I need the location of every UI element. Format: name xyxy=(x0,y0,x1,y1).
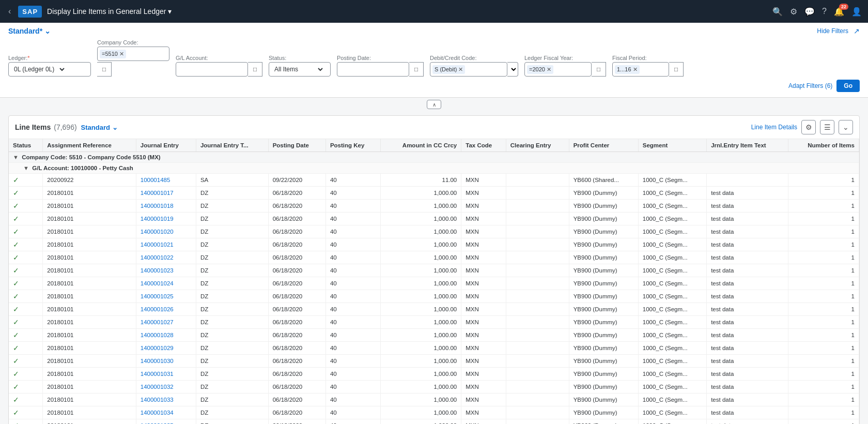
cell-journal[interactable]: 1400001025 xyxy=(136,290,196,303)
help-icon[interactable]: ? xyxy=(822,7,827,16)
cell-posting-date: 06/18/2020 xyxy=(268,187,326,200)
fiscal-period-expand-btn[interactable]: □ xyxy=(669,62,684,77)
cell-clearing xyxy=(506,238,569,251)
go-button[interactable]: Go xyxy=(836,80,860,92)
table-row: ✓ 20180101 1400001021 DZ 06/18/2020 40 1… xyxy=(9,238,859,251)
cell-assignment: 20180101 xyxy=(43,238,136,251)
cell-tax: MXN xyxy=(461,213,506,225)
cell-text: test data xyxy=(707,381,788,393)
table-view-toggle-icon[interactable]: ☰ xyxy=(820,120,834,134)
fiscal-year-expand-btn[interactable]: □ xyxy=(592,62,606,77)
status-select[interactable]: All Items Open Items Cleared Items xyxy=(269,63,324,76)
messages-icon[interactable]: 💬 xyxy=(804,7,815,17)
col-amount[interactable]: Amount in CC Crcy xyxy=(381,139,461,152)
cell-jtype: DZ xyxy=(196,225,268,238)
hide-filters-button[interactable]: Hide Filters xyxy=(817,27,848,35)
cell-journal[interactable]: 1400001030 xyxy=(136,355,196,368)
col-journal[interactable]: Journal Entry xyxy=(136,139,196,152)
cell-journal[interactable]: 1400001029 xyxy=(136,342,196,355)
cell-assignment: 20180101 xyxy=(43,187,136,200)
cell-journal[interactable]: 1400001018 xyxy=(136,200,196,213)
cell-journal[interactable]: 1400001022 xyxy=(136,251,196,264)
cell-journal[interactable]: 1400001031 xyxy=(136,368,196,381)
cell-text: test data xyxy=(707,393,788,406)
cell-status: ✓ xyxy=(9,187,43,200)
back-button[interactable]: ‹ xyxy=(6,5,13,18)
cell-text: test data xyxy=(707,225,788,238)
cell-posting-date: 06/18/2020 xyxy=(268,264,326,277)
col-items[interactable]: Number of Items xyxy=(788,139,859,152)
cell-profit-center: YB600 (Shared... xyxy=(569,174,638,187)
col-profit-center[interactable]: Profit Center xyxy=(569,139,638,152)
cell-journal[interactable]: 1400001035 xyxy=(136,419,196,425)
cell-items: 1 xyxy=(788,200,859,213)
cell-journal[interactable]: 1400001034 xyxy=(136,406,196,419)
col-posting-key[interactable]: Posting Key xyxy=(326,139,380,152)
gl-account-expand-btn[interactable]: □ xyxy=(248,62,262,77)
col-posting-date[interactable]: Posting Date xyxy=(268,139,326,152)
fiscal-period-input[interactable] xyxy=(642,63,657,76)
fiscal-year-remove[interactable]: ✕ xyxy=(547,66,551,73)
subgroup-expand-icon[interactable]: ▼ xyxy=(23,165,29,171)
settings-icon[interactable]: ⚙ xyxy=(790,7,797,17)
cell-profit-center: YB900 (Dummy) xyxy=(569,200,638,213)
cell-posting-key: 40 xyxy=(326,290,380,303)
cell-journal[interactable]: 1400001032 xyxy=(136,381,196,393)
cell-segment: 1000_C (Segm... xyxy=(638,264,706,277)
company-code-input[interactable] xyxy=(128,47,149,60)
standard-view-label[interactable]: Standard* ⌄ xyxy=(8,27,51,35)
user-icon[interactable]: 👤 xyxy=(851,7,862,17)
export-icon[interactable]: ↗ xyxy=(854,27,860,35)
table-expand-icon[interactable]: ⌄ xyxy=(839,120,853,134)
cell-journal[interactable]: 1400001017 xyxy=(136,187,196,200)
cell-jtype: DZ xyxy=(196,290,268,303)
col-clearing[interactable]: Clearing Entry xyxy=(506,139,569,152)
view-selector[interactable]: Standard ⌄ xyxy=(81,124,118,131)
posting-date-expand-btn[interactable]: □ xyxy=(409,62,424,77)
cell-journal[interactable]: 1400001027 xyxy=(136,316,196,329)
cell-journal[interactable]: 1400001026 xyxy=(136,303,196,316)
cell-profit-center: YB900 (Dummy) xyxy=(569,238,638,251)
cell-journal[interactable]: 1400001028 xyxy=(136,329,196,342)
table-title: Line Items (7,696) xyxy=(15,123,77,131)
notifications-icon[interactable]: 🔔 22 xyxy=(834,7,844,17)
fiscal-period-remove[interactable]: ✕ xyxy=(633,66,638,73)
fiscal-year-input[interactable] xyxy=(555,63,576,76)
cell-journal[interactable]: 1400001020 xyxy=(136,225,196,238)
cell-journal[interactable]: 1400001021 xyxy=(136,238,196,251)
search-icon[interactable]: 🔍 xyxy=(772,7,783,17)
debit-credit-select[interactable] xyxy=(507,62,518,77)
cell-journal[interactable]: 1400001033 xyxy=(136,393,196,406)
col-tax[interactable]: Tax Code xyxy=(461,139,506,152)
cell-assignment: 20180101 xyxy=(43,277,136,290)
cell-status: ✓ xyxy=(9,225,43,238)
cell-tax: MXN xyxy=(461,303,506,316)
cell-journal[interactable]: 1400001023 xyxy=(136,264,196,277)
company-code-expand-btn[interactable]: □ xyxy=(97,62,112,77)
col-status[interactable]: Status xyxy=(9,139,43,152)
cell-tax: MXN xyxy=(461,406,506,419)
cell-status: ✓ xyxy=(9,329,43,342)
cell-journal[interactable]: 1400001024 xyxy=(136,277,196,290)
posting-date-input[interactable] xyxy=(337,63,394,76)
col-segment[interactable]: Segment xyxy=(638,139,706,152)
debit-credit-input[interactable] xyxy=(467,63,488,76)
cell-journal[interactable]: 1400001019 xyxy=(136,213,196,225)
table-settings-icon[interactable]: ⚙ xyxy=(801,120,816,134)
adapt-filters-button[interactable]: Adapt Filters (6) xyxy=(788,82,832,89)
page-title: Display Line Items in General Ledger ▾ xyxy=(47,7,767,16)
ledger-select[interactable]: 0L (Ledger 0L) xyxy=(9,63,66,76)
line-item-details-button[interactable]: Line Item Details xyxy=(751,124,797,131)
col-text[interactable]: Jrnl.Entry Item Text xyxy=(707,139,788,152)
gl-account-input[interactable] xyxy=(176,63,233,76)
debit-credit-remove[interactable]: ✕ xyxy=(458,66,463,73)
company-code-remove[interactable]: ✕ xyxy=(119,51,124,57)
cell-status: ✓ xyxy=(9,381,43,393)
group-expand-icon[interactable]: ▼ xyxy=(13,154,19,160)
cell-journal[interactable]: 100001485 xyxy=(136,174,196,187)
table-row: ✓ 20180101 1400001032 DZ 06/18/2020 40 1… xyxy=(9,381,859,393)
cell-status: ✓ xyxy=(9,251,43,264)
col-journal-type[interactable]: Journal Entry T... xyxy=(196,139,268,152)
col-assignment[interactable]: Assignment Reference xyxy=(43,139,136,152)
filter-collapse-button[interactable]: ∧ xyxy=(427,100,441,109)
